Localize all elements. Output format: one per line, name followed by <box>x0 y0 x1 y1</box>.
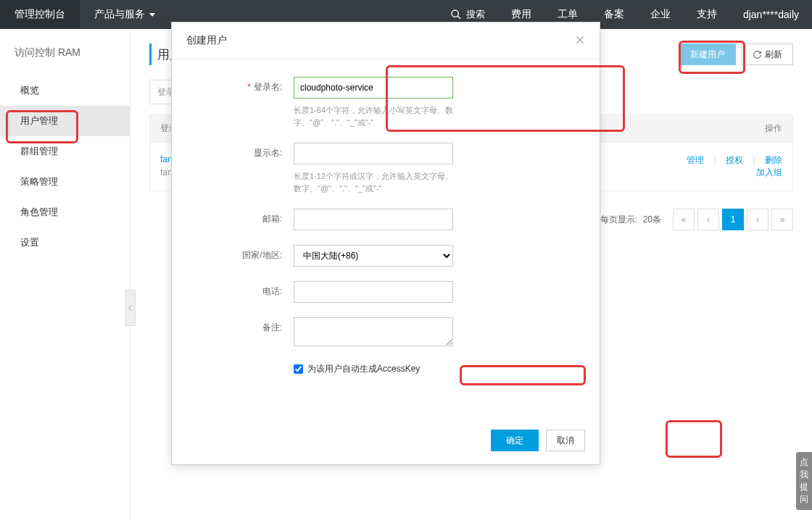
sidebar: 访问控制 RAM 概览 用户管理 群组管理 策略管理 角色管理 设置 <box>0 29 130 523</box>
sidebar-item-users[interactable]: 用户管理 <box>0 106 130 136</box>
phone-input[interactable] <box>294 281 453 303</box>
sidebar-item-roles[interactable]: 角色管理 <box>0 197 130 227</box>
ok-button[interactable]: 确定 <box>491 430 539 451</box>
display-label: 显示名: <box>185 143 294 159</box>
close-button[interactable] <box>575 35 585 47</box>
remark-label: 备注: <box>185 317 294 334</box>
email-label: 邮箱: <box>185 209 294 225</box>
brand: 管理控制台 <box>0 0 80 29</box>
user-menu[interactable]: djan****daily <box>730 0 812 29</box>
sidebar-item-overview[interactable]: 概览 <box>0 75 130 106</box>
op-manage[interactable]: 管理 <box>687 155 704 165</box>
remark-input[interactable] <box>294 317 453 346</box>
region-select[interactable]: 中国大陆(+86) <box>294 245 453 267</box>
region-label: 国家/地区: <box>185 245 294 262</box>
page-size-label: 每页显示: 20条 <box>600 214 661 226</box>
new-user-button[interactable]: 新建用户 <box>679 43 736 65</box>
op-addgroup[interactable]: 加入组 <box>756 167 782 177</box>
nav-enterprise[interactable]: 企业 <box>637 0 684 29</box>
nav-support[interactable]: 支持 <box>684 0 730 29</box>
search-icon <box>450 9 462 20</box>
login-input[interactable] <box>294 77 453 99</box>
svg-line-1 <box>457 16 460 19</box>
accesskey-label: 为该用户自动生成AccessKey <box>307 363 420 375</box>
login-label: *登录名: <box>185 77 294 93</box>
cancel-button[interactable]: 取消 <box>546 430 585 451</box>
chevron-left-icon <box>128 304 133 311</box>
page-prev[interactable]: ‹ <box>697 209 719 230</box>
email-input[interactable] <box>294 209 453 230</box>
display-input[interactable] <box>294 143 453 164</box>
products-label: 产品与服务 <box>94 8 145 21</box>
feedback-tab[interactable]: 点我提问 <box>796 452 812 510</box>
page-first[interactable]: « <box>673 209 695 230</box>
refresh-label: 刷新 <box>765 49 782 61</box>
op-auth[interactable]: 授权 <box>726 155 743 165</box>
display-hint: 长度1-12个字符或汉字，允许输入英文字母、数字、"@"、"."、"_"或"-" <box>294 170 460 194</box>
op-delete[interactable]: 删除 <box>765 155 782 165</box>
sidebar-item-policies[interactable]: 策略管理 <box>0 167 130 197</box>
refresh-icon <box>753 50 762 59</box>
chevron-down-icon <box>149 13 155 17</box>
sidebar-title: 访问控制 RAM <box>0 29 130 75</box>
refresh-button[interactable]: 刷新 <box>742 43 793 65</box>
accesskey-checkbox-input[interactable] <box>294 364 303 374</box>
create-user-modal: 创建用户 *登录名: 长度1-64个字符，允许输入小写英文字母、数字、"@"、"… <box>171 22 600 465</box>
login-hint: 长度1-64个字符，允许输入小写英文字母、数字、"@"、"."、"_"或"-" <box>294 104 460 128</box>
phone-label: 电话: <box>185 281 294 298</box>
modal-title: 创建用户 <box>186 34 227 47</box>
column-ops: 操作 <box>610 122 782 135</box>
accesskey-checkbox[interactable]: 为该用户自动生成AccessKey <box>294 363 579 375</box>
svg-point-0 <box>452 10 458 17</box>
sidebar-item-settings[interactable]: 设置 <box>0 227 130 258</box>
page-next[interactable]: › <box>747 209 768 230</box>
sidebar-collapse-handle[interactable] <box>125 290 136 326</box>
close-icon <box>575 35 585 45</box>
page-last[interactable]: » <box>771 209 793 230</box>
products-menu[interactable]: 产品与服务 <box>80 0 170 29</box>
search-label: 搜索 <box>466 8 485 21</box>
sidebar-item-groups[interactable]: 群组管理 <box>0 136 130 167</box>
page-1[interactable]: 1 <box>722 209 744 230</box>
